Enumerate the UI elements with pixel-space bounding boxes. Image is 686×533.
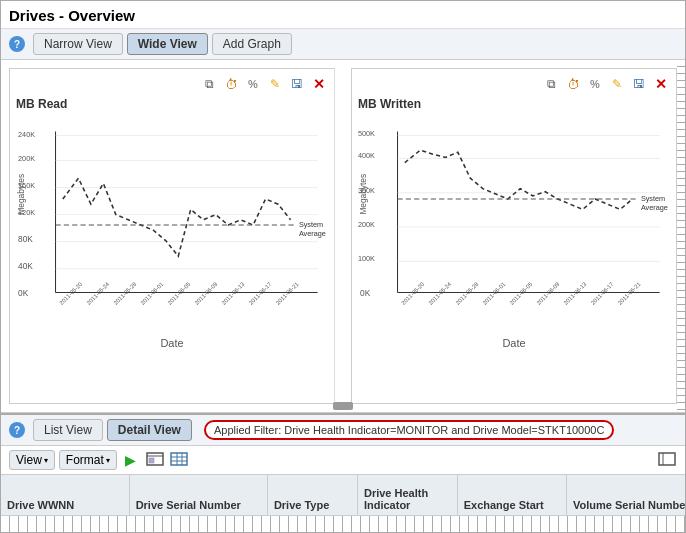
chart-svg-2: 0K 100K 200K 300K 400K 500K Megabytes [358, 115, 670, 335]
view-label: View [16, 453, 42, 467]
svg-text:200K: 200K [358, 220, 375, 229]
svg-text:2011-06-13: 2011-06-13 [221, 281, 246, 306]
svg-text:2011-06-17: 2011-06-17 [590, 281, 615, 306]
col-health-indicator[interactable]: Drive Health Indicator [358, 475, 458, 515]
format-dropdown[interactable]: Format ▾ [59, 450, 117, 470]
graph-panel-mb-read: ⧉ ⏱ % ✎ 🖫 ✕ MB Read 0K 40K 80K 120K [9, 68, 335, 404]
floppy-icon[interactable]: 🖫 [288, 75, 306, 93]
view-dropdown[interactable]: View ▾ [9, 450, 55, 470]
grid-svg [170, 452, 188, 468]
pencil-icon[interactable]: ✎ [266, 75, 284, 93]
chart-svg-1: 0K 40K 80K 120K 160K 200K 240K Megabytes [16, 115, 328, 335]
svg-text:0K: 0K [18, 288, 29, 298]
chart-area-2: 0K 100K 200K 300K 400K 500K Megabytes [358, 115, 670, 335]
svg-text:Megabytes: Megabytes [358, 174, 368, 215]
zigzag-bottom [1, 516, 685, 532]
format-label: Format [66, 453, 104, 467]
svg-text:2011-06-09: 2011-06-09 [194, 281, 219, 306]
partial-icon-2[interactable]: ✕ [652, 75, 670, 93]
clock-icon[interactable]: ⏱ [222, 75, 240, 93]
svg-text:80K: 80K [18, 234, 33, 244]
svg-text:2011-06-05: 2011-06-05 [167, 281, 192, 306]
filter-badge: Applied Filter: Drive Health Indicator=M… [204, 420, 614, 440]
svg-text:240K: 240K [18, 130, 35, 139]
page-container: Drives - Overview ? Narrow View Wide Vie… [0, 0, 686, 533]
copy-icon[interactable]: ⧉ [200, 75, 218, 93]
play-icon[interactable]: ▶ [121, 450, 141, 470]
top-tab-bar: ? Narrow View Wide View Add Graph [1, 29, 685, 60]
graph-panel-mb-written: ⧉ ⏱ % ✎ 🖫 ✕ MB Written 0K 100K 200K [351, 68, 677, 404]
svg-rect-56 [149, 458, 154, 463]
col-drive-type[interactable]: Drive Type [268, 475, 358, 515]
svg-text:2011-05-20: 2011-05-20 [400, 281, 425, 306]
svg-text:System: System [299, 220, 323, 229]
title-bar: Drives - Overview [1, 1, 685, 29]
svg-text:2011-06-05: 2011-06-05 [509, 281, 534, 306]
col-serial-number[interactable]: Drive Serial Number [130, 475, 268, 515]
export-svg [146, 452, 164, 468]
svg-text:2011-05-28: 2011-05-28 [454, 281, 479, 306]
tab-detail-view[interactable]: Detail View [107, 419, 192, 441]
clock-icon-2[interactable]: ⏱ [564, 75, 582, 93]
percent-icon-2[interactable]: % [586, 75, 604, 93]
table-header: Drive WWNN Drive Serial Number Drive Typ… [1, 475, 685, 516]
svg-text:Average: Average [299, 229, 326, 238]
svg-text:Average: Average [641, 203, 668, 212]
svg-text:2011-06-01: 2011-06-01 [481, 281, 506, 306]
pencil-icon-2[interactable]: ✎ [608, 75, 626, 93]
graph-toolbar-1: ⧉ ⏱ % ✎ 🖫 ✕ [16, 75, 328, 93]
graph-title-1: MB Read [16, 97, 328, 111]
svg-text:0K: 0K [360, 288, 371, 298]
tab-list-view[interactable]: List View [33, 419, 103, 441]
format-dropdown-arrow: ▾ [106, 456, 110, 465]
scroll-handle[interactable] [333, 402, 353, 410]
col-exchange-start[interactable]: Exchange Start [458, 475, 567, 515]
graphs-section: ⧉ ⏱ % ✎ 🖫 ✕ MB Read 0K 40K 80K 120K [1, 60, 685, 413]
screenshot-icon[interactable] [657, 450, 677, 470]
tab-wide-view[interactable]: Wide View [127, 33, 208, 55]
floppy-icon-2[interactable]: 🖫 [630, 75, 648, 93]
svg-text:2011-06-17: 2011-06-17 [248, 281, 273, 306]
export-icon[interactable] [145, 450, 165, 470]
col-drive-wwnn[interactable]: Drive WWNN [1, 475, 130, 515]
svg-text:Megabytes: Megabytes [16, 174, 26, 215]
view-dropdown-arrow: ▾ [44, 456, 48, 465]
close-icon[interactable]: ✕ [310, 75, 328, 93]
svg-text:40K: 40K [18, 261, 33, 271]
bottom-toolbar: View ▾ Format ▾ ▶ [1, 446, 685, 475]
chart-xlabel-1: Date [16, 337, 328, 349]
help-icon[interactable]: ? [9, 36, 25, 52]
svg-text:2011-05-28: 2011-05-28 [112, 281, 137, 306]
svg-rect-62 [659, 453, 675, 465]
svg-text:2011-05-20: 2011-05-20 [58, 281, 83, 306]
graph-toolbar-2: ⧉ ⏱ % ✎ 🖫 ✕ [358, 75, 670, 93]
svg-text:100K: 100K [358, 254, 375, 263]
tab-add-graph[interactable]: Add Graph [212, 33, 292, 55]
help-icon-bottom[interactable]: ? [9, 422, 25, 438]
svg-text:200K: 200K [18, 154, 35, 163]
svg-text:2011-06-21: 2011-06-21 [275, 281, 300, 306]
svg-text:400K: 400K [358, 151, 375, 160]
percent-icon[interactable]: % [244, 75, 262, 93]
screenshot-svg [658, 452, 676, 468]
page-title: Drives - Overview [9, 7, 677, 24]
chart-area-1: 0K 40K 80K 120K 160K 200K 240K Megabytes [16, 115, 328, 335]
chart-xlabel-2: Date [358, 337, 670, 349]
bottom-tab-bar: ? List View Detail View Applied Filter: … [1, 415, 685, 446]
svg-text:2011-06-21: 2011-06-21 [617, 281, 642, 306]
svg-text:2011-05-24: 2011-05-24 [85, 280, 111, 306]
svg-text:2011-05-24: 2011-05-24 [427, 280, 453, 306]
bottom-section: ? List View Detail View Applied Filter: … [1, 413, 685, 532]
graph-title-2: MB Written [358, 97, 670, 111]
svg-text:System: System [641, 194, 665, 203]
svg-rect-57 [171, 453, 187, 465]
tab-narrow-view[interactable]: Narrow View [33, 33, 123, 55]
svg-text:2011-06-13: 2011-06-13 [563, 281, 588, 306]
col-volume-serial[interactable]: Volume Serial Number(V... [567, 475, 685, 515]
grid-icon[interactable] [169, 450, 189, 470]
svg-text:500K: 500K [358, 129, 375, 138]
copy-icon-2[interactable]: ⧉ [542, 75, 560, 93]
svg-text:2011-06-09: 2011-06-09 [536, 281, 561, 306]
svg-text:2011-06-01: 2011-06-01 [139, 281, 164, 306]
